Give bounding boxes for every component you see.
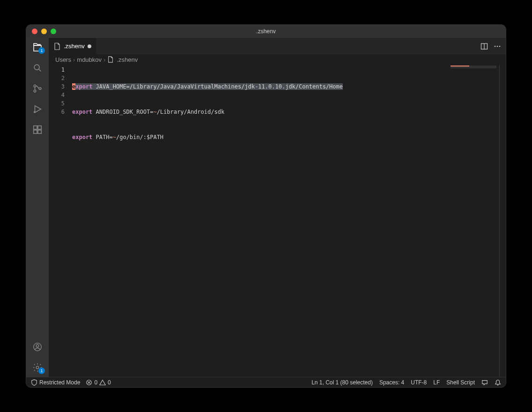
svg-point-3 [34,90,36,92]
status-left: Restricted Mode 0 0 [31,379,111,386]
settings-gear-icon[interactable]: 1 [32,362,43,373]
code-line [72,209,450,217]
tab-dirty-indicator [88,44,91,48]
file-icon [53,43,61,50]
activity-bar: 1 [26,38,49,377]
svg-rect-9 [38,130,41,133]
breadcrumb-users[interactable]: Users [55,56,71,63]
code-line [72,158,450,167]
svg-point-18 [499,45,501,47]
code-line [72,184,450,192]
line-number: 4 [49,91,65,99]
svg-point-17 [497,45,498,47]
editor-actions [480,38,506,54]
svg-point-2 [34,85,36,87]
editor-body: 1 2 3 4 5 6 export JAVA_HOME=/Library/Ja… [49,65,506,377]
svg-rect-10 [38,126,41,129]
explorer-badge: 1 [38,47,45,54]
warnings-count: 0 [108,379,111,386]
app-window: .zshenv 1 [26,25,506,387]
scrollbar[interactable] [499,65,506,377]
window-maximize-button[interactable] [51,29,56,34]
code-editor[interactable]: export JAVA_HOME=/Library/Java/JavaVirtu… [72,65,450,377]
file-icon [107,56,114,63]
window-title: .zshenv [256,28,275,35]
breadcrumb-file[interactable]: .zshenv [117,56,138,63]
breadcrumb-user[interactable]: mdubkov [77,56,102,63]
explorer-icon[interactable]: 1 [32,42,43,53]
encoding-button[interactable]: UTF-8 [411,379,427,386]
breadcrumbs: Users › mdubkov › .zshenv [49,54,506,65]
notifications-icon[interactable] [495,379,501,386]
feedback-icon[interactable] [481,379,488,386]
tab-label: .zshenv [64,43,85,50]
traffic-lights [26,29,56,34]
restricted-mode-button[interactable]: Restricted Mode [31,379,80,386]
line-number: 1 [49,66,65,74]
minimap[interactable] [450,65,506,377]
problems-button[interactable]: 0 0 [86,379,111,386]
eol-button[interactable]: LF [433,379,440,386]
tabs-row: .zshenv [49,38,506,54]
language-mode-button[interactable]: Shell Script [446,379,475,386]
svg-point-16 [495,45,496,47]
editor-area: .zshenv Users › mdubkov › [49,38,506,377]
code-line: export PATH=~/go/bin/:$PATH [72,133,450,141]
source-control-icon[interactable] [32,83,43,94]
svg-rect-7 [34,126,37,129]
svg-point-12 [36,345,39,347]
accounts-icon[interactable] [32,341,43,353]
errors-count: 0 [94,379,97,386]
activity-bar-bottom: 1 [32,341,43,373]
title-bar: .zshenv [26,25,506,38]
status-bar: Restricted Mode 0 0 Ln 1, Col 1 (80 sele… [26,377,506,387]
window-close-button[interactable] [32,29,37,34]
eol-label: LF [433,379,440,386]
line-number: 2 [49,74,65,82]
svg-marker-5 [35,106,41,113]
encoding-label: UTF-8 [411,379,427,386]
svg-line-1 [39,69,41,72]
tab-zshenv[interactable]: .zshenv [49,38,96,54]
line-number-gutter: 1 2 3 4 5 6 [49,65,72,377]
extensions-icon[interactable] [32,124,43,135]
svg-point-6 [34,111,36,113]
svg-point-4 [39,88,41,90]
code-line: export ANDROID_SDK_ROOT=~/Library/Androi… [72,108,450,116]
restricted-mode-label: Restricted Mode [39,379,80,386]
line-number: 6 [49,108,65,116]
chevron-right-icon: › [103,56,105,63]
status-right: Ln 1, Col 1 (80 selected) Spaces: 4 UTF-… [311,379,501,386]
chevron-right-icon: › [73,56,75,63]
indentation-label: Spaces: 4 [379,379,404,386]
search-icon[interactable] [32,62,43,74]
svg-rect-8 [34,130,37,133]
indentation-button[interactable]: Spaces: 4 [379,379,404,386]
app-body: 1 [26,38,506,377]
cursor-position-button[interactable]: Ln 1, Col 1 (80 selected) [311,379,373,386]
settings-badge: 1 [38,368,45,374]
split-editor-icon[interactable] [480,43,488,50]
activity-bar-top: 1 [32,42,43,135]
window-minimize-button[interactable] [41,29,47,34]
svg-point-0 [34,65,39,70]
line-number: 5 [49,99,65,108]
code-line: export JAVA_HOME=/Library/Java/JavaVirtu… [72,82,450,91]
run-debug-icon[interactable] [32,103,43,115]
language-label: Shell Script [446,379,475,386]
more-actions-icon[interactable] [494,43,501,50]
cursor-position-label: Ln 1, Col 1 (80 selected) [311,379,373,386]
svg-point-13 [36,366,39,369]
line-number: 3 [49,82,65,91]
